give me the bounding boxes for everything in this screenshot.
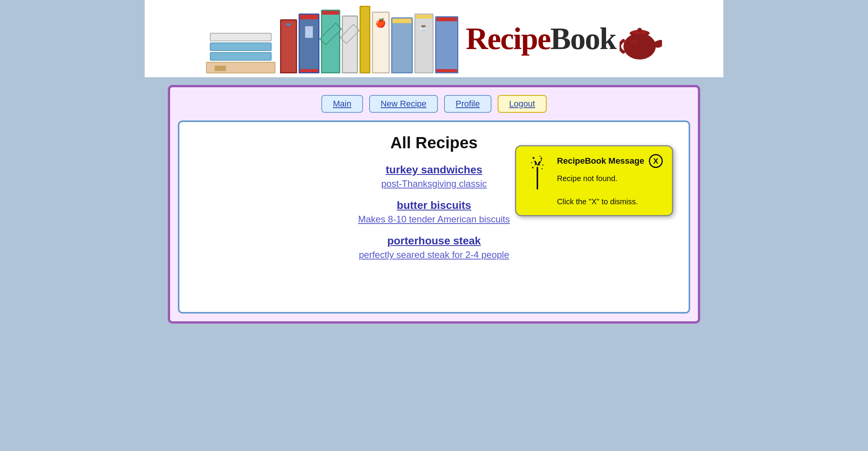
- book-horizontal-1: [210, 33, 272, 41]
- book-horizontal-2: [210, 42, 272, 51]
- svg-point-11: [541, 168, 542, 170]
- svg-point-8: [531, 162, 532, 163]
- book-teal: [321, 10, 340, 73]
- teapot-icon: [620, 15, 662, 62]
- svg-point-0: [623, 33, 656, 59]
- book-red: [280, 19, 297, 73]
- header-banner: 🍎 ☕ RecipeBook: [145, 0, 723, 77]
- popup-message: Recipe not found. Click the "X" to dismi…: [557, 173, 663, 207]
- title-suffix: Book: [551, 22, 616, 56]
- popup-icon: [524, 154, 551, 193]
- book-stack-left: [206, 33, 275, 73]
- book-horizontal-base: [206, 62, 275, 73]
- book-light-blue: [391, 17, 413, 73]
- nav-bar: Main New Recipe Profile Logout: [178, 95, 690, 113]
- svg-point-6: [532, 157, 534, 159]
- title-prefix: Recipe: [466, 22, 551, 56]
- popup-header: RecipeBook Message X: [557, 154, 663, 168]
- books-illustration: 🍎 ☕: [206, 4, 458, 73]
- recipe-desc-2[interactable]: perfectly seared steak for 2-4 people: [195, 249, 673, 260]
- main-wrapper: Main New Recipe Profile Logout All Recip…: [145, 77, 723, 339]
- svg-point-9: [542, 164, 543, 166]
- notification-popup: RecipeBook Message X Recipe not found. C…: [515, 145, 673, 216]
- book-gray: [342, 15, 358, 73]
- book-cream: 🍎: [372, 12, 390, 73]
- book-white: ☕: [414, 14, 434, 73]
- nav-main[interactable]: Main: [321, 95, 363, 113]
- popup-content: RecipeBook Message X Recipe not found. C…: [557, 154, 663, 207]
- svg-point-10: [532, 167, 534, 168]
- book-horizontal-3: [210, 52, 272, 61]
- wand-icon: [526, 154, 549, 193]
- outer-box: Main New Recipe Profile Logout All Recip…: [168, 85, 700, 324]
- popup-close-button[interactable]: X: [649, 154, 663, 168]
- svg-point-4: [630, 39, 638, 44]
- recipe-name-2[interactable]: porterhouse steak: [195, 235, 673, 247]
- svg-point-3: [637, 28, 642, 32]
- nav-logout[interactable]: Logout: [498, 95, 547, 113]
- popup-title: RecipeBook Message: [557, 156, 644, 166]
- nav-new-recipe[interactable]: New Recipe: [369, 95, 438, 113]
- book-yellow: [360, 6, 370, 73]
- site-title: RecipeBook: [466, 15, 662, 62]
- popup-line1: Recipe not found.: [557, 174, 618, 183]
- nav-profile[interactable]: Profile: [444, 95, 491, 113]
- popup-line2: Click the "X" to dismiss.: [557, 197, 638, 206]
- book-blue-striped: [299, 14, 319, 73]
- book-french-blue: [435, 16, 458, 73]
- inner-box: All Recipes turkey sandwiches post-Thank…: [178, 120, 690, 314]
